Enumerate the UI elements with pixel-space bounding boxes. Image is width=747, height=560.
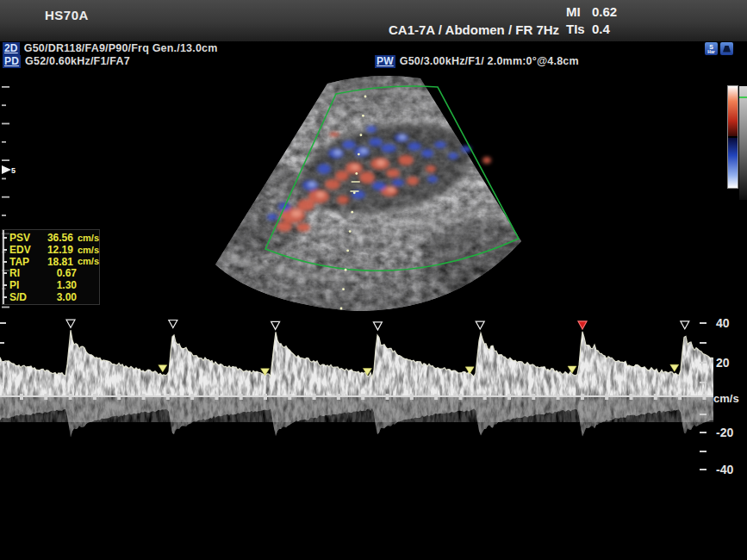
baseline-time-tick	[434, 394, 438, 400]
baseline-time-tick	[581, 394, 584, 400]
left-scale-tick	[0, 342, 4, 344]
color-doppler-scale-bar	[728, 86, 738, 189]
depth-ruler-tick	[2, 141, 6, 143]
velocity-scale-label: 40	[716, 316, 730, 330]
measure-label: EDV	[9, 244, 39, 256]
pw-cursor-dot	[342, 288, 345, 290]
baseline-time-tick	[605, 394, 608, 400]
psv-marker[interactable]	[476, 321, 484, 329]
baseline-time-tick	[142, 394, 146, 400]
baseline-time-tick	[532, 394, 535, 400]
gray-map-marker	[739, 96, 747, 98]
measure-label: S/D	[9, 291, 40, 303]
velocity-scale-label: cm/s	[713, 392, 739, 405]
psv-marker[interactable]	[373, 322, 382, 330]
measurement-row: RI0.67	[9, 267, 99, 279]
measurement-row: PSV36.56cm/s	[9, 232, 99, 244]
baseline-time-tick	[702, 394, 706, 400]
pw-cursor-dot	[345, 269, 347, 271]
psv-marker[interactable]	[169, 320, 177, 328]
velocity-scale-tick	[700, 322, 707, 324]
measure-value: 36.56	[39, 232, 73, 244]
baseline-time-tick	[288, 394, 291, 400]
measure-label: RI	[9, 267, 40, 279]
baseline-time-tick	[337, 394, 340, 400]
focus-marker-label: 5	[11, 166, 16, 175]
baseline-time-tick	[483, 394, 487, 400]
baseline-time-tick	[264, 394, 267, 400]
depth-ruler-tick	[2, 123, 9, 125]
pw-cursor-dot	[355, 172, 358, 175]
image-and-spectral-area: 54020cm/s-20-40	[0, 0, 747, 560]
baseline-time-tick	[313, 394, 316, 400]
measure-value: 1.30	[40, 279, 77, 291]
baseline-time-tick	[507, 394, 511, 400]
measure-label: PSV	[9, 232, 39, 244]
velocity-scale-label: -40	[716, 463, 733, 476]
velocity-scale-tick	[700, 432, 707, 433]
velocity-scale-tick	[700, 342, 707, 344]
measure-unit: cm/s	[78, 256, 99, 266]
measurement-row: S/D3.00	[9, 291, 99, 303]
pw-cursor-dot	[346, 250, 349, 252]
baseline-time-tick	[190, 394, 194, 400]
pw-cursor-dot	[360, 134, 363, 136]
bmode-sector-image	[207, 76, 543, 311]
psv-marker[interactable]	[681, 321, 689, 329]
left-scale-bracket	[3, 361, 4, 389]
pw-cursor-dot	[349, 230, 352, 233]
psv-marker[interactable]	[66, 320, 75, 327]
depth-ruler-tick	[2, 159, 9, 161]
measure-value: 3.00	[40, 291, 77, 303]
edv-marker[interactable]	[670, 364, 679, 371]
velocity-scale-tick	[700, 414, 707, 415]
pw-cursor-dot	[364, 96, 367, 98]
measurement-row: EDV12.19cm/s	[9, 244, 99, 256]
measure-value: 12.19	[39, 244, 73, 256]
grayscale-bar	[739, 86, 747, 200]
measure-unit: cm/s	[78, 233, 99, 243]
measure-value: 18.81	[39, 256, 73, 268]
depth-ruler-tick	[2, 104, 6, 106]
pw-cursor-dot	[353, 191, 356, 194]
pw-cursor-dot	[362, 115, 364, 117]
baseline-time-tick	[93, 394, 96, 400]
depth-ruler-tick	[2, 86, 9, 88]
baseline-time-tick	[557, 394, 560, 400]
edv-marker[interactable]	[159, 365, 167, 372]
baseline-time-tick	[117, 394, 121, 400]
edv-marker[interactable]	[568, 366, 576, 373]
depth-ruler-tick	[2, 307, 9, 308]
baseline-time-tick	[458, 394, 462, 400]
velocity-scale-label: 20	[716, 356, 730, 370]
baseline-time-tick	[410, 394, 414, 400]
psv-marker[interactable]	[271, 321, 280, 329]
pw-cursor-dot	[340, 308, 343, 310]
mirror-band	[0, 396, 713, 422]
velocity-scale-tick	[700, 451, 707, 452]
measure-value: 0.67	[40, 267, 77, 279]
doppler-measurements-panel: PSV36.56cm/sEDV12.19cm/sTAP18.81cm/sRI0.…	[2, 229, 100, 305]
depth-ruler-tick	[2, 178, 6, 180]
psv-marker-active[interactable]	[578, 321, 587, 329]
baseline-time-tick	[654, 394, 657, 400]
pw-cursor-dot	[358, 153, 360, 156]
focus-marker-arrow[interactable]	[2, 165, 11, 174]
measurement-row: PI1.30	[9, 279, 99, 291]
measure-unit: cm/s	[78, 245, 99, 255]
baseline-time-tick	[20, 394, 23, 400]
baseline-time-tick	[630, 394, 633, 400]
baseline-time-tick	[44, 394, 47, 400]
depth-ruler-tick	[2, 215, 6, 216]
baseline-time-tick	[166, 394, 170, 400]
baseline-time-tick	[386, 394, 389, 400]
baseline-time-tick	[215, 394, 218, 400]
measurement-row: TAP18.81cm/s	[9, 256, 99, 268]
baseline-time-tick	[69, 394, 72, 400]
depth-ruler-tick	[2, 196, 9, 198]
baseline-time-tick	[361, 394, 364, 400]
pw-cursor-dot	[351, 211, 353, 214]
measure-label: TAP	[9, 256, 39, 268]
ultrasound-screen: HS70A CA1-7A / Abdomen / FR 7Hz MI0.62 T…	[0, 0, 747, 560]
baseline-time-tick	[678, 394, 682, 400]
